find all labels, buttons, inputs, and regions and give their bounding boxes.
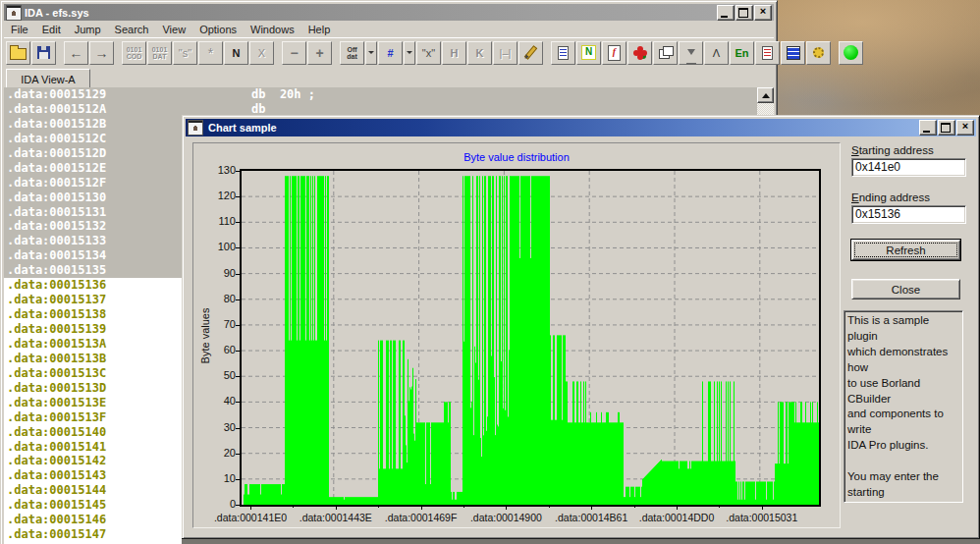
- segment-button[interactable]: H: [442, 41, 466, 65]
- make-data-button[interactable]: 0101DAT: [147, 41, 172, 65]
- cross-refs-button[interactable]: [627, 41, 652, 65]
- toolbar-separator: [57, 42, 64, 64]
- chart-sample-dialog: Chart sample × Byte value distribution B…: [182, 115, 980, 539]
- y-tick-label: 110: [202, 215, 236, 227]
- undefine-button[interactable]: X: [249, 41, 274, 65]
- maximize-button[interactable]: [735, 5, 753, 21]
- text-view-button[interactable]: [551, 41, 575, 65]
- dialog-minimize-button[interactable]: [919, 120, 937, 136]
- options-button[interactable]: [806, 41, 831, 65]
- minimize-button[interactable]: [717, 5, 735, 21]
- close-button[interactable]: ×: [754, 5, 772, 21]
- menu-help[interactable]: Help: [301, 23, 338, 36]
- dialog-maximize-button[interactable]: [938, 120, 955, 136]
- make-code-button[interactable]: 0101COD: [122, 41, 146, 65]
- calculator-button[interactable]: [781, 41, 805, 65]
- y-tick-mark: [236, 376, 240, 377]
- y-tick-label: 50: [202, 369, 236, 381]
- x-minor-tick: [293, 505, 294, 508]
- x-tick-mark: [250, 505, 251, 510]
- x-minor-tick: [719, 505, 720, 508]
- close-button-dialog[interactable]: Close: [851, 279, 960, 299]
- dialog-title: Chart sample: [208, 122, 277, 134]
- y-tick-mark: [236, 325, 240, 326]
- ida-window-title: IDA - efs.sys: [25, 7, 89, 19]
- expand-button[interactable]: +: [307, 41, 332, 65]
- x-tick-mark: [762, 505, 763, 510]
- chart-plot: [240, 169, 821, 507]
- y-tick-label: 30: [202, 421, 236, 433]
- starting-address-label: Starting address: [851, 144, 969, 156]
- refresh-button[interactable]: Refresh: [851, 240, 960, 260]
- offset-button[interactable]: Offdat: [340, 41, 364, 65]
- tab-ida-view-a[interactable]: IDA View-A: [6, 69, 90, 89]
- stack-var-button[interactable]: K: [467, 41, 492, 65]
- y-tick-mark: [236, 402, 240, 403]
- ida-titlebar[interactable]: IDA - efs.sys ×: [4, 4, 774, 21]
- y-tick-mark: [236, 454, 240, 455]
- toolbar-separator: [832, 42, 839, 64]
- y-tick-mark: [236, 428, 240, 429]
- number-button-dropdown[interactable]: [404, 41, 415, 65]
- screen: IDA - efs.sys × FileEditJumpSearchViewOp…: [0, 0, 980, 544]
- x-minor-tick: [549, 505, 550, 508]
- imports-button[interactable]: [679, 41, 703, 65]
- toolbar-separator: [333, 42, 340, 64]
- distance-button[interactable]: |–|: [493, 41, 517, 65]
- edit-button[interactable]: [518, 41, 543, 65]
- y-tick-mark: [236, 299, 240, 300]
- number-button[interactable]: #: [378, 41, 403, 65]
- jump-forward-button[interactable]: →: [89, 41, 114, 65]
- toolbar: ←→0101COD0101DAT"s"*NX−+Offdat#"x"HK|–|N…: [4, 37, 774, 67]
- x-tick-mark: [677, 505, 678, 510]
- dialog-icon: [188, 120, 203, 136]
- make-string-button[interactable]: "s": [173, 41, 197, 65]
- menu-file[interactable]: File: [4, 23, 35, 36]
- collapse-button[interactable]: −: [282, 41, 306, 65]
- taskbar-edge: [182, 538, 980, 544]
- listing-row[interactable]: .data:00015129db 20h ;: [4, 87, 758, 102]
- ending-address-input[interactable]: 0x15136: [851, 205, 966, 224]
- y-tick-label: 60: [202, 344, 236, 355]
- menu-view[interactable]: View: [155, 23, 192, 36]
- y-tick-mark: [236, 479, 240, 480]
- navigator-button[interactable]: [839, 41, 863, 65]
- y-tick-label: 40: [202, 395, 236, 407]
- functions-window-button[interactable]: f: [602, 41, 626, 65]
- y-tick-mark: [236, 222, 240, 223]
- starting-address-input[interactable]: 0x141e0: [851, 158, 966, 177]
- menu-search[interactable]: Search: [108, 23, 156, 36]
- offset-button-dropdown[interactable]: [365, 41, 377, 65]
- script-button[interactable]: [755, 41, 780, 65]
- save-file-button[interactable]: [31, 41, 56, 65]
- y-tick-label: 80: [202, 293, 236, 304]
- open-file-button[interactable]: [6, 41, 30, 65]
- scroll-up-icon[interactable]: [757, 87, 774, 103]
- dialog-close-button[interactable]: ×: [956, 120, 974, 136]
- x-tick-label: .data:00015031: [708, 512, 816, 523]
- chart-ylabel: Byte values: [199, 306, 211, 365]
- x-tick-mark: [506, 505, 507, 510]
- jump-back-button[interactable]: ←: [64, 41, 88, 65]
- y-tick-mark: [236, 196, 240, 197]
- names-window-button[interactable]: N: [576, 41, 601, 65]
- enums-button[interactable]: En: [730, 41, 754, 65]
- menu-edit[interactable]: Edit: [35, 23, 68, 36]
- x-minor-tick: [378, 505, 379, 508]
- structures-button[interactable]: Λ: [704, 41, 729, 65]
- dialog-titlebar[interactable]: Chart sample ×: [186, 119, 976, 136]
- menu-jump[interactable]: Jump: [68, 23, 108, 36]
- windows-list-button[interactable]: [653, 41, 678, 65]
- toolbar-separator: [115, 42, 122, 64]
- y-tick-label: 10: [202, 472, 236, 484]
- y-tick-mark: [236, 351, 240, 352]
- menu-options[interactable]: Options: [192, 23, 244, 36]
- char-button[interactable]: "x": [416, 41, 441, 65]
- chart-panel: Byte value distribution Byte values 0102…: [192, 142, 841, 528]
- chart-bars: [242, 171, 819, 505]
- make-name-button[interactable]: N: [224, 41, 248, 65]
- toolbar-separator: [544, 42, 551, 64]
- make-array-button[interactable]: *: [198, 41, 223, 65]
- ending-address-label: Ending address: [851, 191, 969, 203]
- menu-windows[interactable]: Windows: [244, 23, 301, 36]
